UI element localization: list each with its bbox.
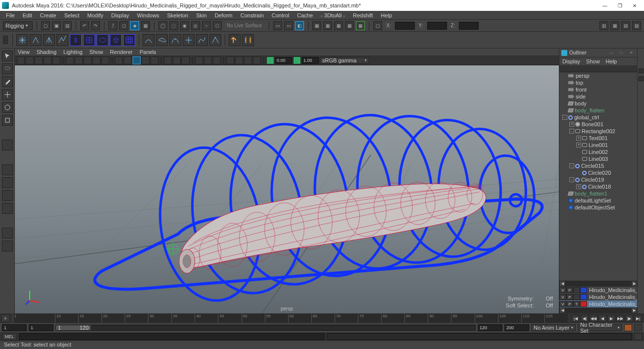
shelf-item-curve5-icon[interactable] (196, 34, 208, 46)
expand-icon[interactable]: + (576, 136, 581, 141)
shelf-item-curve3-icon[interactable] (169, 34, 181, 46)
shelf-item-snap-icon[interactable] (16, 34, 28, 46)
outliner-item-body_flatten1[interactable]: body_flatten1 (559, 190, 637, 197)
vp-dof-icon[interactable] (235, 56, 243, 64)
vp-gate-mask-icon[interactable] (93, 56, 100, 64)
menu-redshift[interactable]: Redshift (349, 12, 377, 18)
anim-layer-dropdown[interactable]: No Anim Layer▾ (531, 324, 576, 331)
vp-image-plane-icon[interactable] (35, 56, 43, 64)
select-component-icon[interactable]: ◆ (130, 21, 139, 30)
minimize-button[interactable]: — (597, 0, 612, 11)
menu-display[interactable]: Display (107, 12, 133, 18)
select-tool-icon[interactable] (2, 50, 13, 61)
step-back-icon[interactable]: ◀◀ (590, 315, 597, 322)
shelf-item-vertex-icon[interactable] (30, 34, 42, 46)
vp-exposure-toggle-icon[interactable] (266, 56, 274, 64)
menu-skeleton[interactable]: Skeleton (163, 12, 192, 18)
menu-constrain[interactable]: Constrain (237, 12, 268, 18)
outliner-hscroll[interactable]: ◀ ▶ (559, 281, 637, 287)
vp-lights-icon[interactable] (142, 56, 149, 64)
vpmenu-view[interactable]: View (18, 49, 30, 55)
display-layer-row[interactable]: VPTHirudo_Medicinalis_Ri (559, 300, 637, 307)
vp-grid-icon[interactable] (66, 56, 74, 64)
outliner-item-global_ctrl[interactable]: -global_ctrl (559, 114, 637, 121)
snap-grid-icon[interactable]: ◯ (158, 21, 167, 30)
layer-t-toggle[interactable]: T (573, 301, 580, 307)
new-scene-icon[interactable]: ▢ (41, 21, 50, 30)
range-handle[interactable]: 1120 (56, 325, 91, 330)
last-tool-icon[interactable] (2, 140, 13, 150)
outliner-item-line003[interactable]: Line003 (559, 155, 637, 162)
outliner-item-front[interactable]: front (559, 86, 637, 93)
paint-tool-icon[interactable] (2, 76, 13, 87)
layers-hscroll[interactable]: ◀ ▶ (559, 307, 637, 313)
redo-icon[interactable]: ↷ (91, 21, 100, 30)
go-end-icon[interactable]: ▶| (634, 315, 642, 322)
menu-modify[interactable]: Modify (83, 12, 107, 18)
scale-tool-icon[interactable] (2, 115, 13, 126)
menu--3dtoall-[interactable]: - 3DtoAll - (317, 12, 349, 18)
vp-view-transform-icon[interactable] (213, 56, 221, 64)
maximize-button[interactable]: ❐ (612, 0, 627, 11)
outliner-item-circle018[interactable]: +Circle018 (559, 183, 637, 190)
layout-two-icon[interactable] (2, 190, 13, 201)
undo-icon[interactable]: ↶ (80, 21, 89, 30)
vp-xray-icon[interactable] (173, 56, 181, 64)
lasso-tool-icon[interactable] (2, 63, 13, 74)
vp-shaded-icon[interactable] (124, 56, 132, 64)
vp-exposure-icon[interactable] (195, 56, 203, 64)
open-scene-icon[interactable]: ▣ (52, 21, 61, 30)
vpmenu-show[interactable]: Show (90, 49, 103, 55)
display-layer-row[interactable]: VPHirudo_Medicinalis_Ri (559, 294, 637, 300)
outliner-menu-help[interactable]: Help (606, 58, 617, 64)
vp-gamma-toggle-icon[interactable] (293, 56, 301, 64)
vp-grease-icon[interactable] (52, 56, 60, 64)
render-view-icon[interactable]: ◧ (295, 21, 304, 30)
select-object-icon[interactable]: ◻ (119, 21, 128, 30)
shelf-item-curve4-icon[interactable] (183, 34, 195, 46)
menu-cache[interactable]: Cache (293, 12, 317, 18)
outliner-item-circle020[interactable]: Circle020 (559, 169, 637, 176)
vp-aa-icon[interactable] (253, 56, 261, 64)
snap-point-icon[interactable]: ◉ (180, 21, 189, 30)
outliner-item-defaultlightset[interactable]: defaultLightSet (559, 197, 637, 204)
vp-gamma-icon[interactable] (204, 56, 212, 64)
snap-view-icon[interactable]: ○ (202, 21, 211, 30)
vp-gamma-input[interactable]: 1.00 (302, 57, 319, 64)
outliner-item-circle015[interactable]: -Circle015 (559, 162, 637, 169)
close-button[interactable]: ✕ (627, 0, 642, 11)
layer-v-toggle[interactable]: V (559, 294, 566, 300)
vp-motion-blur-icon[interactable] (226, 56, 234, 64)
module-selector-dropdown[interactable]: Rigging▾ (3, 21, 33, 30)
shelf-item-curve6-icon[interactable] (209, 34, 221, 46)
vp-wireframe-icon[interactable] (115, 56, 123, 64)
command-input[interactable] (19, 333, 325, 340)
anim-end-input[interactable]: 200 (504, 324, 529, 331)
shelf-item-cube-icon[interactable] (110, 34, 122, 46)
pivot-manipulator-icon[interactable] (166, 242, 180, 256)
menu-control[interactable]: Control (268, 12, 293, 18)
outliner-item-bone001[interactable]: +Bone001 (559, 121, 637, 128)
body-mesh[interactable] (179, 182, 486, 273)
sidebar-toggle-4-icon[interactable]: ▧ (632, 21, 641, 30)
hypershade-icon[interactable]: ▦ (345, 21, 354, 30)
xyz-toggle-icon[interactable]: ▢ (373, 21, 382, 30)
select-multi-icon[interactable]: ▦ (141, 21, 150, 30)
outliner-item-defaultobjectset[interactable]: defaultObjectSet (559, 204, 637, 211)
layer-v-toggle[interactable]: V (559, 301, 566, 307)
menu-help[interactable]: Help (377, 12, 396, 18)
menu-deform[interactable]: Deform (211, 12, 237, 18)
snap-plane-icon[interactable]: ◎ (191, 21, 200, 30)
vp-xray-joints-icon[interactable] (182, 56, 190, 64)
vpmenu-lighting[interactable]: Lighting (63, 49, 83, 55)
perspective-viewport[interactable]: persp Symmetry: Off Soft Select: Off (15, 65, 559, 313)
layer-color-swatch[interactable] (580, 294, 587, 300)
vp-shadows-icon[interactable] (150, 56, 158, 64)
channel-box-collapsed[interactable] (637, 49, 644, 313)
timeline-menu-icon[interactable]: ≡ (1, 314, 10, 322)
outliner-item-rectangle002[interactable]: -Rectangle002 (559, 128, 637, 135)
shelf-item-curve1-icon[interactable] (143, 34, 154, 46)
select-hierarchy-icon[interactable]: ⤴ (108, 21, 117, 30)
play-forward-icon[interactable]: ▶ (607, 315, 615, 322)
step-back-key-icon[interactable]: ◀| (581, 315, 589, 322)
